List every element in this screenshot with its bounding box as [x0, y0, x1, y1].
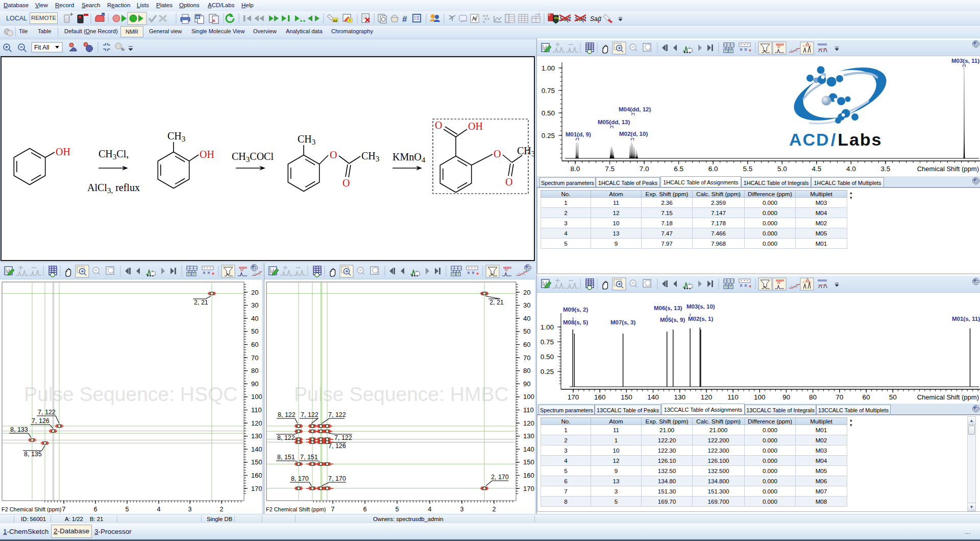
svg-text:170: 170 [251, 485, 262, 492]
svg-text:0.25: 0.25 [541, 368, 554, 375]
svg-text:40: 40 [523, 315, 530, 322]
svg-text:8.0: 8.0 [571, 165, 580, 173]
svg-text:2, 21: 2, 21 [489, 299, 504, 306]
svg-text:160: 160 [523, 472, 534, 479]
svg-text:1.00: 1.00 [541, 323, 554, 331]
svg-text:5.5: 5.5 [743, 165, 752, 173]
svg-text:100: 100 [523, 393, 534, 401]
svg-text:8, 170: 8, 170 [291, 475, 309, 482]
svg-text:130: 130 [523, 432, 534, 440]
svg-text:6: 6 [94, 506, 97, 513]
svg-text:160: 160 [594, 393, 606, 401]
svg-text:Chemical Shift (ppm): Chemical Shift (ppm) [917, 165, 979, 173]
svg-text:20: 20 [523, 289, 530, 296]
svg-text:CH3: CH3 [517, 145, 534, 158]
svg-text:7.5: 7.5 [605, 165, 615, 173]
svg-text:O: O [330, 149, 337, 160]
svg-text:150: 150 [251, 458, 262, 466]
svg-text:8, 122: 8, 122 [278, 411, 296, 418]
svg-text:7, 151: 7, 151 [300, 454, 318, 461]
svg-text:140: 140 [523, 445, 534, 453]
svg-text:7, 126: 7, 126 [328, 442, 346, 450]
svg-text:2: 2 [220, 506, 224, 513]
svg-text:6.0: 6.0 [708, 165, 718, 173]
svg-text:3: 3 [460, 506, 464, 513]
svg-text:CH3COCl: CH3COCl [232, 151, 274, 163]
svg-text:60: 60 [251, 341, 258, 348]
svg-text:Abs: Abs [554, 16, 559, 19]
svg-text:6: 6 [363, 506, 367, 513]
svg-text:2, 21: 2, 21 [194, 299, 208, 306]
svg-text:Pulse Sequence: HSQC: Pulse Sequence: HSQC [24, 383, 237, 405]
svg-text:150: 150 [523, 458, 534, 466]
svg-text:Pulse Sequence: HMBC: Pulse Sequence: HMBC [294, 383, 509, 405]
svg-text:8, 133: 8, 133 [10, 426, 28, 433]
svg-text:120: 120 [523, 419, 534, 427]
svg-text:7, 122: 7, 122 [38, 409, 56, 416]
svg-text:50: 50 [251, 327, 258, 335]
svg-text:O: O [342, 177, 350, 189]
svg-text:?: ? [610, 20, 613, 25]
svg-text:7, 122: 7, 122 [301, 411, 318, 418]
svg-text:70: 70 [251, 354, 258, 362]
svg-text:50: 50 [523, 327, 530, 335]
svg-text:4.0: 4.0 [846, 165, 856, 173]
svg-text:90: 90 [251, 380, 258, 388]
svg-text:Fit All: Fit All [34, 44, 49, 51]
svg-text:W: W [196, 15, 200, 19]
svg-text:A: A [212, 18, 215, 23]
svg-text:30: 30 [523, 301, 530, 309]
svg-text:7: 7 [62, 506, 66, 513]
svg-text:0.50: 0.50 [542, 109, 555, 117]
svg-text:8, 135: 8, 135 [24, 451, 42, 458]
svg-text:30: 30 [251, 301, 258, 309]
svg-text:Chemical Shift (ppm): Chemical Shift (ppm) [917, 393, 979, 401]
svg-text:7: 7 [331, 506, 335, 513]
svg-text:O: O [435, 120, 442, 131]
svg-text:N°: N° [777, 45, 781, 49]
svg-text:0.75: 0.75 [541, 338, 554, 346]
svg-text:130: 130 [251, 432, 262, 440]
svg-text:N°: N° [777, 281, 781, 285]
svg-text:N°: N° [240, 268, 244, 272]
svg-text:20: 20 [251, 289, 258, 296]
svg-text:70: 70 [523, 354, 530, 362]
svg-text:#: # [402, 14, 407, 24]
svg-text:7.0: 7.0 [640, 165, 649, 173]
svg-text:O: O [494, 148, 501, 159]
svg-text:CH3: CH3 [298, 133, 315, 146]
svg-text:60: 60 [523, 341, 530, 348]
svg-text:110: 110 [251, 406, 262, 414]
svg-text:O: O [505, 176, 512, 187]
svg-text:60: 60 [862, 393, 870, 401]
svg-text:CH3Cl,: CH3Cl, [99, 148, 129, 161]
svg-text:KMnO4: KMnO4 [393, 151, 426, 164]
svg-text:110: 110 [523, 406, 534, 414]
svg-text:0.75: 0.75 [542, 87, 555, 95]
svg-text:80: 80 [809, 393, 817, 401]
svg-text:?: ? [349, 19, 351, 22]
svg-text:7, 122: 7, 122 [328, 411, 346, 418]
svg-text:50: 50 [889, 393, 897, 401]
svg-text:F2 Chemical Shift (ppm): F2 Chemical Shift (ppm) [266, 506, 326, 512]
svg-text:All: All [333, 19, 337, 22]
svg-text:?: ? [597, 19, 600, 24]
svg-text:100: 100 [251, 393, 262, 401]
svg-text:ACD/Labs: ACD/Labs [789, 130, 882, 149]
svg-text:70: 70 [836, 393, 843, 401]
svg-text:1.00: 1.00 [542, 64, 555, 72]
svg-text:120: 120 [701, 393, 713, 401]
svg-text:5: 5 [396, 506, 399, 513]
svg-text:80: 80 [523, 367, 530, 374]
svg-text:150: 150 [621, 393, 632, 401]
svg-text:5: 5 [126, 506, 129, 513]
svg-text:CH3: CH3 [361, 150, 379, 163]
svg-text:OH: OH [200, 149, 214, 160]
svg-text:AlCl3, reflux: AlCl3, reflux [87, 182, 140, 195]
svg-text:90: 90 [523, 380, 530, 388]
svg-text:OH: OH [468, 121, 483, 132]
svg-text:160: 160 [251, 472, 262, 479]
svg-text:4.5: 4.5 [812, 165, 821, 173]
svg-text:5.0: 5.0 [777, 165, 787, 173]
svg-text:4: 4 [157, 506, 161, 513]
